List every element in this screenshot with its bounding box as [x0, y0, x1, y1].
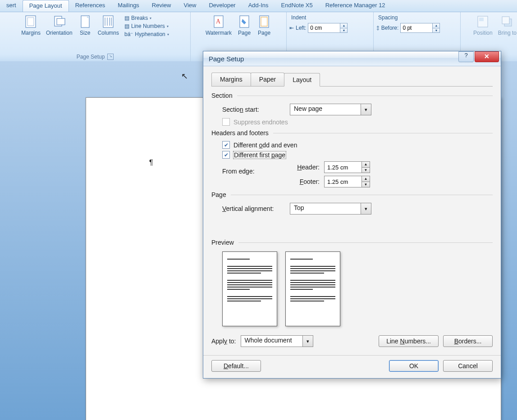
- watermark-button[interactable]: A Watermark: [204, 14, 233, 37]
- indent-left-label: Left:: [296, 25, 306, 31]
- size-button[interactable]: Size: [76, 14, 94, 37]
- headers-footers-header: Headers and footers: [211, 129, 269, 137]
- size-icon: [78, 14, 92, 29]
- position-label: Position: [473, 30, 493, 36]
- dialog-close-button[interactable]: ✕: [475, 51, 499, 62]
- tab-insert[interactable]: sert: [0, 0, 23, 12]
- tab-view[interactable]: View: [177, 0, 202, 12]
- indent-left-icon: ⇤: [289, 25, 294, 31]
- page-borders-button[interactable]: Page: [255, 14, 273, 37]
- page-borders-icon: [257, 14, 271, 29]
- dialog-title: Page Setup: [209, 55, 244, 63]
- line-numbers-dialog-button[interactable]: Line Numbers...: [379, 335, 439, 347]
- borders-dialog-button[interactable]: Borders...: [443, 335, 493, 347]
- from-edge-label: From edge:: [222, 161, 290, 175]
- footer-distance-input[interactable]: ▲▼: [324, 176, 370, 187]
- page-header: Page: [211, 191, 226, 198]
- ok-button[interactable]: OK: [389, 360, 439, 372]
- margins-icon: [24, 14, 38, 29]
- tab-page-layout[interactable]: Page Layout: [23, 0, 69, 12]
- columns-icon: [101, 14, 115, 29]
- apply-to-label: Apply to:: [211, 338, 236, 345]
- bring-icon: [500, 14, 514, 29]
- dialog-tabs: Margins Paper Layout: [211, 73, 493, 87]
- tab-review[interactable]: Review: [146, 0, 178, 12]
- dialog-tab-paper[interactable]: Paper: [251, 73, 284, 86]
- page-color-label: Page: [238, 30, 251, 36]
- svg-rect-18: [502, 17, 509, 24]
- size-label: Size: [80, 30, 90, 36]
- line-numbers-icon: ▤: [124, 23, 129, 29]
- dialog-help-button[interactable]: ?: [458, 51, 474, 62]
- different-first-page-checkbox[interactable]: ✔Different first page: [222, 151, 493, 159]
- apply-to-combo[interactable]: Whole document: [241, 335, 313, 347]
- preview-page-right: [285, 251, 340, 326]
- tab-mailings[interactable]: Mailings: [111, 0, 146, 12]
- dialog-tab-margins[interactable]: Margins: [211, 73, 251, 86]
- spacing-before-label: Before:: [381, 25, 399, 31]
- margins-label: Margins: [21, 30, 41, 36]
- breaks-icon: ▤: [124, 15, 129, 21]
- default-button[interactable]: Default...: [211, 360, 261, 372]
- columns-button[interactable]: Columns: [96, 14, 121, 37]
- hyphenation-icon: bá⁻: [124, 31, 133, 37]
- page-setup-group-label: Page Setup↘: [3, 53, 188, 62]
- spacing-before-input[interactable]: ▲▼: [400, 23, 440, 33]
- different-odd-even-checkbox[interactable]: ✔Different odd and even: [222, 141, 493, 149]
- bring-label: Bring to: [498, 30, 517, 36]
- bring-to-front-button[interactable]: Bring to: [496, 14, 517, 37]
- tab-refman[interactable]: Reference Manager 12: [319, 0, 392, 12]
- breaks-button[interactable]: ▤Breaks▾: [123, 14, 171, 22]
- margins-button[interactable]: Margins: [19, 14, 42, 37]
- tab-developer[interactable]: Developer: [202, 0, 242, 12]
- svg-rect-3: [57, 18, 65, 25]
- page-color-icon: [237, 14, 252, 29]
- paragraph-mark: ¶: [149, 159, 153, 167]
- ribbon-tabs: sert Page Layout References Mailings Rev…: [0, 0, 517, 12]
- svg-rect-16: [479, 18, 484, 21]
- vertical-alignment-label: Vertical alignment:: [222, 205, 290, 212]
- line-numbers-button[interactable]: ▤Line Numbers▾: [123, 23, 171, 30]
- orientation-button[interactable]: Orientation: [44, 14, 74, 37]
- spacing-before-icon: ‡: [376, 25, 380, 31]
- page-setup-dialog: Page Setup ? ✕ Margins Paper Layout Sect…: [203, 51, 501, 379]
- section-start-combo[interactable]: New page: [290, 104, 371, 115]
- page-borders-label: Page: [258, 30, 270, 36]
- spacing-header: Spacing: [376, 14, 458, 23]
- page-setup-dialog-launcher[interactable]: ↘: [107, 54, 114, 60]
- watermark-label: Watermark: [206, 30, 232, 36]
- section-header: Section: [211, 92, 233, 99]
- orientation-label: Orientation: [46, 30, 73, 36]
- position-icon: [476, 14, 490, 29]
- vertical-alignment-combo[interactable]: Top: [290, 203, 371, 215]
- preview-page-left: [222, 251, 277, 326]
- tab-addins[interactable]: Add-Ins: [242, 0, 275, 12]
- page-color-button[interactable]: Page: [235, 14, 253, 37]
- orientation-icon: [52, 14, 66, 29]
- preview-pages: [222, 251, 493, 326]
- preview-header: Preview: [211, 239, 234, 246]
- position-button[interactable]: Position: [471, 14, 494, 37]
- indent-left-input[interactable]: ▲▼: [308, 23, 348, 33]
- header-distance-input[interactable]: ▲▼: [324, 161, 370, 173]
- tab-endnote[interactable]: EndNote X5: [275, 0, 319, 12]
- section-start-label: Section start:: [222, 106, 290, 113]
- dialog-titlebar[interactable]: Page Setup ? ✕: [203, 51, 501, 66]
- svg-rect-5: [103, 16, 113, 27]
- cancel-button[interactable]: Cancel: [443, 360, 493, 372]
- dialog-tab-layout[interactable]: Layout: [284, 73, 320, 87]
- watermark-icon: A: [211, 14, 226, 29]
- svg-text:A: A: [216, 18, 221, 25]
- indent-header: Indent: [289, 14, 371, 23]
- tab-references[interactable]: References: [69, 0, 111, 12]
- columns-label: Columns: [98, 30, 119, 36]
- hyphenation-button[interactable]: bá⁻Hyphenation▾: [123, 31, 171, 38]
- suppress-endnotes-checkbox: Suppress endnotes: [222, 118, 493, 126]
